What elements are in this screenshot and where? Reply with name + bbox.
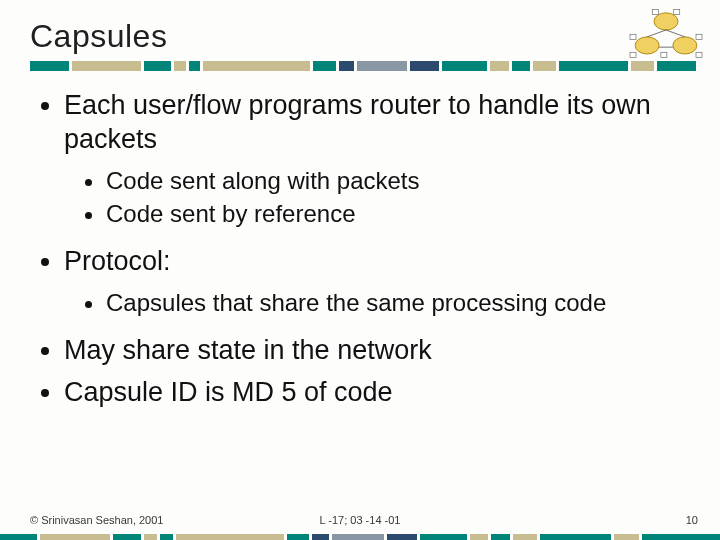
decorative-graphic: [622, 6, 710, 66]
svg-rect-11: [696, 34, 702, 39]
footer-divider: [0, 534, 720, 540]
bullet-3: May share state in the network: [64, 334, 696, 368]
svg-rect-10: [661, 52, 667, 57]
svg-rect-12: [696, 52, 702, 57]
slide-title: Capsules: [30, 18, 696, 55]
footer-lecture-id: L -17; 03 -14 -01: [0, 514, 720, 526]
title-divider: [30, 61, 696, 71]
svg-point-2: [673, 37, 697, 54]
svg-rect-8: [630, 34, 636, 39]
footer-page-number: 10: [686, 514, 698, 526]
svg-line-4: [666, 30, 685, 37]
bullet-1-sub-1: Code sent along with packets: [106, 165, 696, 196]
svg-rect-9: [630, 52, 636, 57]
bullet-1: Each user/flow programs router to handle…: [64, 89, 696, 157]
bullet-2-sub-1: Capsules that share the same processing …: [106, 287, 696, 318]
bullet-2: Protocol:: [64, 245, 696, 279]
slide-body: Each user/flow programs router to handle…: [30, 89, 696, 409]
svg-point-1: [635, 37, 659, 54]
svg-line-3: [647, 30, 666, 37]
bullet-1-sub-2: Code sent by reference: [106, 198, 696, 229]
svg-rect-6: [652, 9, 658, 14]
bullet-4: Capsule ID is MD 5 of code: [64, 376, 696, 410]
svg-rect-7: [674, 9, 680, 14]
svg-point-0: [654, 13, 678, 30]
slide: Capsules Each user/flow programs router …: [0, 0, 720, 540]
